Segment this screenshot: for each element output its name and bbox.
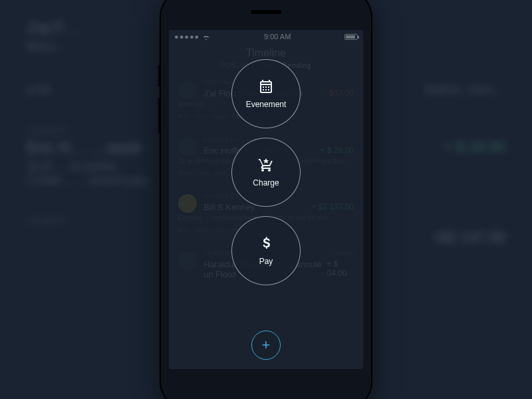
app-screen: ●●●●● 9:00 AM Timeline PUBLIC ME - Pendi… xyxy=(169,30,363,369)
action-label: Pay xyxy=(259,257,273,266)
action-pay[interactable]: Pay xyxy=(231,216,301,285)
action-label: Evenement xyxy=(246,100,287,109)
device-speaker xyxy=(251,10,281,14)
calendar-icon xyxy=(258,78,274,94)
action-overlay: Evenement Charge Pay xyxy=(169,30,363,369)
dollar-icon xyxy=(258,235,274,251)
action-label: Charge xyxy=(253,178,279,188)
cart-icon xyxy=(258,157,274,173)
plus-icon: + xyxy=(262,336,271,354)
action-charge[interactable]: Charge xyxy=(231,138,301,207)
device-frame: ●●●●● 9:00 AM Timeline PUBLIC ME - Pendi… xyxy=(161,0,371,399)
fab-add[interactable]: + xyxy=(251,331,281,360)
action-event[interactable]: Evenement xyxy=(231,59,301,128)
